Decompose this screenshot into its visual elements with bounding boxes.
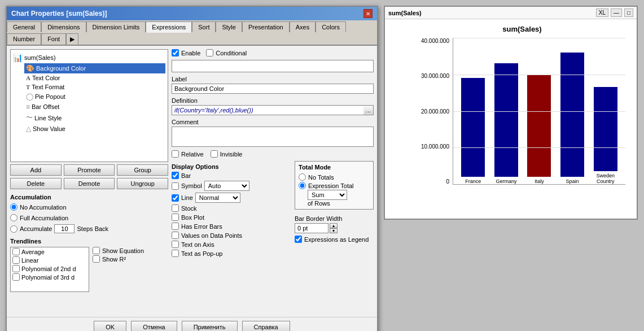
close-button[interactable]: ✕ (363, 9, 373, 18)
tree-show-value[interactable]: △ Show Value (24, 124, 165, 134)
text-format-label: Text Format (32, 84, 64, 90)
expressions-legend-checkbox[interactable] (295, 236, 302, 243)
dialog-titlebar: Chart Properties [sum(Sales)] ✕ (7, 7, 377, 20)
tree-text-color[interactable]: A Text Color (24, 73, 165, 82)
tabs-bar: General Dimensions Dimension Limits Expr… (7, 20, 377, 46)
trendline-average[interactable]: Average (11, 247, 89, 256)
full-accumulation-radio[interactable] (10, 214, 17, 221)
relative-checkbox[interactable] (172, 150, 179, 158)
bar-sweden-fill (594, 87, 617, 171)
delete-button[interactable]: Delete (10, 178, 62, 189)
expressions-legend-row: Expressions as Legend (295, 236, 374, 243)
trendline-poly2[interactable]: Polynomial of 2nd d (11, 264, 89, 273)
tab-general[interactable]: General (7, 21, 41, 32)
demote-button[interactable]: Demote (64, 178, 115, 189)
sum-select[interactable]: Sum Average Min Max (308, 190, 347, 200)
tree-bar-offset[interactable]: ≡ Bar Offset (24, 102, 165, 112)
average-checkbox[interactable] (12, 248, 20, 255)
tab-dimension-limits[interactable]: Dimension Limits (86, 21, 146, 32)
poly2-checkbox[interactable] (12, 265, 20, 272)
steps-spinbox[interactable] (54, 224, 75, 233)
expression-total-radio[interactable] (299, 182, 306, 189)
conditional-checkbox[interactable] (206, 49, 213, 56)
trendlines-list[interactable]: Average Linear Polynomial of 2nd d Polyn… (10, 247, 89, 292)
show-r2-checkbox[interactable] (93, 255, 100, 263)
comment-input[interactable] (172, 127, 374, 147)
tree-line-style[interactable]: 〜 Line Style (24, 112, 165, 124)
bar-sweden-label: Sweden Country (596, 173, 615, 184)
bar-italy: Italy (525, 38, 554, 184)
trendline-poly3[interactable]: Polynomial of 3rd d (11, 273, 89, 281)
line-style-select[interactable]: Normal Dashed Dotted (195, 193, 240, 203)
tab-font[interactable]: Font (41, 33, 66, 45)
group-button[interactable]: Group (117, 164, 168, 176)
ungroup-button[interactable]: Ungroup (117, 178, 168, 189)
linear-checkbox[interactable] (12, 256, 20, 264)
bar-chart-icon: 📊 (13, 53, 23, 62)
apply-button[interactable]: Применить (182, 321, 238, 331)
no-totals-label: No Totals (308, 174, 334, 181)
bar-border-down-button[interactable]: ▼ (330, 228, 338, 233)
trendlines-content: Average Linear Polynomial of 2nd d Polyn… (10, 247, 168, 292)
invisible-checkbox[interactable] (211, 150, 218, 158)
tab-expressions[interactable]: Expressions (146, 21, 192, 33)
bar-border-input[interactable] (295, 223, 328, 233)
tab-more[interactable]: ▶ (66, 33, 78, 45)
tab-sort[interactable]: Sort (192, 21, 216, 32)
definition-expand-button[interactable]: … (363, 105, 374, 115)
tab-dimensions[interactable]: Dimensions (41, 21, 86, 32)
accumulate-radio[interactable] (10, 225, 17, 233)
chart-minimize-button[interactable]: — (611, 8, 622, 17)
chart-restore-button[interactable]: □ (624, 8, 633, 17)
text-popup-checkbox[interactable] (172, 250, 179, 257)
symbol-checkbox[interactable] (172, 182, 179, 190)
show-equation-checkbox[interactable] (93, 247, 100, 254)
trendline-linear[interactable]: Linear (11, 256, 89, 264)
bar-checkbox[interactable] (172, 172, 179, 179)
chart-titlebar: sum(Sales) XL — □ (385, 7, 637, 19)
line-checkbox[interactable] (172, 194, 179, 202)
ok-button[interactable]: OK (94, 321, 126, 331)
text-on-axis-checkbox[interactable] (172, 241, 179, 248)
error-bars-label: Has Error Bars (181, 223, 222, 230)
promote-button[interactable]: Promote (64, 164, 115, 176)
bar-border-up-button[interactable]: ▲ (330, 223, 338, 228)
steps-back-label: Steps Back (77, 225, 108, 232)
line-option-row: Line Normal Dashed Dotted (172, 193, 289, 203)
tab-axes[interactable]: Axes (290, 21, 316, 32)
tree-text-format[interactable]: T Text Format (24, 82, 165, 92)
symbol-style-select[interactable]: Auto Curve Smooth (204, 181, 249, 191)
values-checkbox[interactable] (172, 232, 179, 239)
left-panel: 📊 sum(Sales) 🎨 Background Color A Text C… (10, 49, 168, 313)
conditional-input[interactable] (172, 60, 374, 72)
accumulation-label: Accumulation (10, 194, 168, 201)
color-icon: 🎨 (26, 64, 34, 72)
tab-presentation[interactable]: Presentation (242, 21, 290, 32)
comment-field-label: Comment (172, 119, 374, 125)
stock-option-row: Stock (172, 204, 289, 212)
help-button[interactable]: Справка (242, 321, 290, 331)
tree-background-color[interactable]: 🎨 Background Color (24, 63, 165, 73)
tree-root[interactable]: 📊 sum(Sales) (13, 52, 165, 63)
enable-checkbox[interactable] (172, 49, 179, 56)
tab-number[interactable]: Number (7, 33, 41, 45)
text-popup-row: Text as Pop-up (172, 250, 289, 257)
no-totals-radio[interactable] (299, 173, 306, 181)
no-accumulation-radio[interactable] (10, 203, 17, 211)
tab-style[interactable]: Style (216, 21, 242, 32)
boxplot-checkbox[interactable] (172, 214, 179, 221)
add-button[interactable]: Add (10, 164, 62, 176)
label-input[interactable] (172, 84, 374, 94)
relative-invisible-row: Relative Invisible (172, 150, 374, 158)
tab-colors[interactable]: Colors (316, 21, 346, 32)
cancel-button[interactable]: Отмена (131, 321, 177, 331)
tree-pie-popout[interactable]: ◯ Pie Popout (24, 92, 165, 102)
bar-border-section: Bar Border Width ▲ ▼ Expressions as Lege… (295, 215, 374, 243)
y-axis: 40.000.000 30.000.000 20.000.000 10.000.… (413, 38, 453, 185)
definition-input[interactable] (172, 105, 374, 115)
stock-checkbox[interactable] (172, 204, 179, 212)
chart-xl-button[interactable]: XL (596, 8, 608, 17)
error-bars-checkbox[interactable] (172, 223, 179, 230)
bar-spain-fill (560, 53, 584, 177)
poly3-checkbox[interactable] (12, 273, 20, 281)
